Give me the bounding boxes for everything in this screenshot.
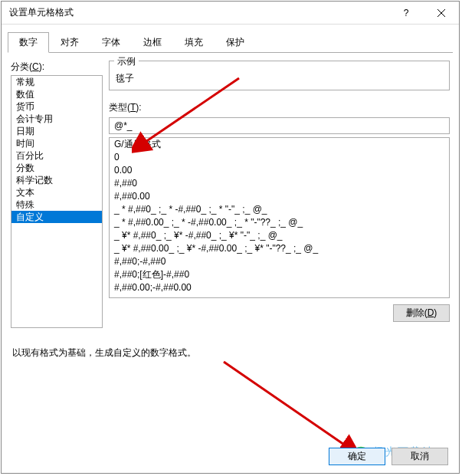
sample-value: 毯子 bbox=[116, 72, 443, 85]
list-item[interactable]: 特殊 bbox=[11, 199, 102, 211]
format-item[interactable]: #,##0 bbox=[110, 177, 449, 190]
tab-border[interactable]: 边框 bbox=[132, 32, 173, 53]
tab-number[interactable]: 数字 bbox=[8, 32, 49, 53]
list-item[interactable]: 百分比 bbox=[11, 149, 102, 162]
category-column: 分类(C): 常规 数值 货币 会计专用 日期 时间 百分比 分数 科学记数 文… bbox=[11, 61, 103, 328]
delete-row: 删除(D) bbox=[109, 304, 450, 322]
list-item[interactable]: 货币 bbox=[11, 100, 102, 113]
format-item[interactable]: 0 bbox=[110, 151, 449, 164]
footer-buttons: 确定 取消 bbox=[329, 448, 448, 465]
titlebar[interactable]: 设置单元格格式 ? bbox=[2, 2, 459, 25]
tab-underline bbox=[8, 52, 453, 53]
category-label: 分类(C): bbox=[11, 61, 103, 74]
list-item[interactable]: 数值 bbox=[11, 88, 102, 100]
tab-align[interactable]: 对齐 bbox=[49, 32, 90, 53]
window-title: 设置单元格格式 bbox=[9, 6, 388, 19]
tab-fill[interactable]: 填充 bbox=[173, 32, 215, 53]
list-item[interactable]: 分数 bbox=[11, 162, 102, 174]
format-item[interactable]: #,##0;-#,##0 bbox=[110, 255, 449, 268]
sample-box: 示例 毯子 bbox=[109, 61, 450, 90]
format-item[interactable]: #,##0;[红色]-#,##0 bbox=[110, 268, 449, 281]
format-listbox[interactable]: G/通用格式 0 0.00 #,##0 #,##0.00 _ * #,##0_ … bbox=[109, 137, 450, 298]
format-item[interactable]: G/通用格式 bbox=[110, 138, 449, 151]
tab-font[interactable]: 字体 bbox=[90, 32, 132, 53]
format-item[interactable]: _ * #,##0_ ;_ * -#,##0_ ;_ * "-"_ ;_ @_ bbox=[110, 203, 449, 216]
help-text: 以现有格式为基础，生成自定义的数字格式。 bbox=[12, 346, 450, 359]
list-item-selected[interactable]: 自定义 bbox=[11, 211, 102, 223]
format-item[interactable]: #,##0.00;-#,##0.00 bbox=[110, 281, 449, 294]
type-label: 类型(T): bbox=[109, 101, 450, 114]
type-input[interactable] bbox=[109, 117, 450, 134]
sample-label: 示例 bbox=[114, 55, 139, 68]
delete-button[interactable]: 删除(D) bbox=[393, 304, 450, 322]
tab-protect[interactable]: 保护 bbox=[215, 32, 256, 53]
format-item[interactable]: #,##0.00 bbox=[110, 190, 449, 203]
right-column: 示例 毯子 类型(T): G/通用格式 0 0.00 #,##0 #,##0.0… bbox=[109, 61, 450, 328]
svg-text:?: ? bbox=[404, 9, 409, 17]
category-listbox[interactable]: 常规 数值 货币 会计专用 日期 时间 百分比 分数 科学记数 文本 特殊 自定… bbox=[11, 75, 103, 328]
format-item[interactable]: _ ¥* #,##0_ ;_ ¥* -#,##0_ ;_ ¥* "-"_ ;_ … bbox=[110, 229, 449, 242]
help-icon: ? bbox=[402, 9, 410, 17]
tabbar: 数字 对齐 字体 边框 填充 保护 bbox=[8, 32, 453, 53]
list-item[interactable]: 常规 bbox=[11, 76, 102, 88]
list-item[interactable]: 日期 bbox=[11, 125, 102, 137]
list-item[interactable]: 会计专用 bbox=[11, 113, 102, 125]
list-item[interactable]: 科学记数 bbox=[11, 174, 102, 186]
help-button[interactable]: ? bbox=[388, 2, 424, 25]
format-item[interactable]: _ ¥* #,##0.00_ ;_ ¥* -#,##0.00_ ;_ ¥* "-… bbox=[110, 242, 449, 255]
svg-line-6 bbox=[224, 362, 346, 446]
ok-button[interactable]: 确定 bbox=[329, 448, 385, 465]
close-icon bbox=[437, 9, 445, 17]
list-item[interactable]: 时间 bbox=[11, 137, 102, 149]
format-cells-dialog: 设置单元格格式 ? 数字 对齐 字体 边框 填充 保护 分类(C): 常规 数值… bbox=[1, 1, 460, 474]
cancel-button[interactable]: 取消 bbox=[392, 448, 448, 465]
annotation-arrow-2 bbox=[216, 354, 362, 461]
list-item[interactable]: 文本 bbox=[11, 186, 102, 199]
format-item[interactable]: 0.00 bbox=[110, 164, 449, 177]
format-item[interactable]: _ * #,##0.00_ ;_ * -#,##0.00_ ;_ * "-"??… bbox=[110, 216, 449, 229]
close-button[interactable] bbox=[424, 2, 459, 25]
body-area: 分类(C): 常规 数值 货币 会计专用 日期 时间 百分比 分数 科学记数 文… bbox=[2, 53, 459, 328]
